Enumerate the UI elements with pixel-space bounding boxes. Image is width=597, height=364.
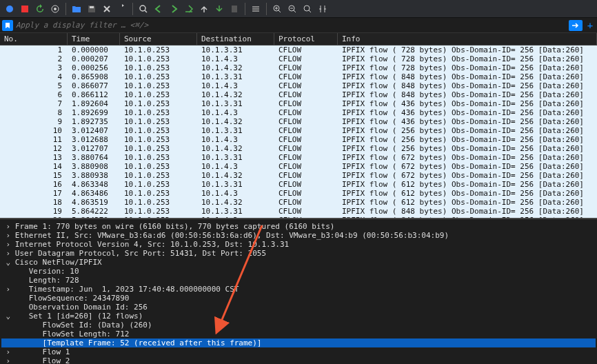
display-filter-bar: +	[0, 18, 597, 33]
svg-rect-9	[252, 10, 259, 12]
bookmark-icon[interactable]	[2, 20, 13, 31]
svg-rect-6	[232, 6, 237, 12]
detail-line[interactable]: ⌄ Set 1 [id=260] (12 flows)	[1, 312, 596, 321]
packet-list-pane: No. Time Source Destination Protocol Inf…	[0, 33, 597, 219]
zoom-reset-icon[interactable]	[301, 2, 314, 16]
display-filter-input[interactable]	[16, 21, 566, 30]
table-row[interactable]: 20.00020710.1.0.25310.1.4.3CFLOWIPFIX fl…	[0, 54, 597, 63]
table-row[interactable]: 113.01268810.1.0.25310.1.4.3CFLOWIPFIX f…	[0, 135, 597, 144]
close-file-icon[interactable]	[100, 2, 114, 16]
restart-capture-icon[interactable]	[33, 2, 47, 16]
detail-line[interactable]: Length: 728	[1, 276, 596, 285]
svg-point-12	[304, 6, 310, 11]
table-row[interactable]: 143.88090810.1.0.25310.1.4.3CFLOWIPFIX f…	[0, 162, 597, 171]
detail-line[interactable]: Observation Domain Id: 256	[1, 303, 596, 312]
zoom-out-icon[interactable]	[285, 2, 299, 16]
go-last-icon[interactable]	[212, 2, 226, 16]
auto-scroll-icon[interactable]	[227, 2, 241, 16]
detail-line[interactable]: ⌄ Cisco NetFlow/IPFIX	[1, 258, 596, 267]
column-time[interactable]: Time	[68, 33, 120, 45]
zoom-in-icon[interactable]	[270, 2, 284, 16]
table-row[interactable]: 184.86351910.1.0.25310.1.4.32CFLOWIPFIX …	[0, 198, 597, 207]
table-row[interactable]: 71.89260410.1.0.25310.1.3.31CFLOWIPFIX f…	[0, 99, 597, 108]
detail-line[interactable]: › Internet Protocol Version 4, Src: 10.1…	[1, 240, 596, 249]
table-row[interactable]: 10.00000010.1.0.25310.1.3.31CFLOWIPFIX f…	[0, 46, 597, 54]
table-row[interactable]: 30.00025610.1.0.25310.1.4.32CFLOWIPFIX f…	[0, 63, 597, 72]
column-dst[interactable]: Destination	[197, 33, 274, 45]
svg-rect-7	[252, 6, 259, 8]
packet-rows[interactable]: 10.00000010.1.0.25310.1.3.31CFLOWIPFIX f…	[0, 46, 597, 218]
save-file-icon[interactable]	[85, 2, 99, 16]
main-toolbar	[0, 0, 597, 18]
table-row[interactable]: 123.01270710.1.0.25310.1.4.32CFLOWIPFIX …	[0, 144, 597, 153]
column-src[interactable]: Source	[120, 33, 197, 45]
table-row[interactable]: 174.86348610.1.0.25310.1.4.3CFLOWIPFIX f…	[0, 189, 597, 198]
detail-line[interactable]: › User Datagram Protocol, Src Port: 5143…	[1, 249, 596, 258]
packet-list-header[interactable]: No. Time Source Destination Protocol Inf…	[0, 33, 597, 46]
column-no[interactable]: No.	[0, 33, 68, 45]
detail-line[interactable]: FlowSet Length: 712	[1, 330, 596, 338]
detail-line[interactable]: › Flow 1	[1, 347, 596, 356]
column-proto[interactable]: Protocol	[274, 33, 338, 45]
table-row[interactable]: 164.86334810.1.0.25310.1.3.31CFLOWIPFIX …	[0, 180, 597, 189]
detail-line[interactable]: FlowSequence: 24347890	[1, 294, 596, 303]
table-row[interactable]: 133.88076410.1.0.25310.1.3.31CFLOWIPFIX …	[0, 153, 597, 162]
detail-line[interactable]: FlowSet Id: (Data) (260)	[1, 321, 596, 330]
table-row[interactable]: 103.01240710.1.0.25310.1.3.31CFLOWIPFIX …	[0, 126, 597, 135]
table-row[interactable]: 205.86437910.1.0.25310.1.4.3CFLOWIPFIX f…	[0, 216, 597, 218]
column-info[interactable]: Info	[338, 33, 597, 45]
colorize-icon[interactable]	[249, 2, 263, 16]
detail-line[interactable]: [Template Frame: 52 (received after this…	[1, 338, 596, 347]
svg-rect-8	[252, 8, 259, 10]
reload-file-icon[interactable]	[115, 2, 129, 16]
add-filter-button[interactable]: +	[585, 20, 595, 31]
detail-line[interactable]: Version: 10	[1, 267, 596, 276]
apply-filter-button[interactable]	[569, 20, 583, 31]
detail-line[interactable]: › Ethernet II, Src: VMware_b3:6a:d6 (00:…	[1, 231, 596, 240]
table-row[interactable]: 195.86422210.1.0.25310.1.3.31CFLOWIPFIX …	[0, 207, 597, 216]
go-forward-icon[interactable]	[167, 2, 181, 16]
table-row[interactable]: 153.88093810.1.0.25310.1.4.32CFLOWIPFIX …	[0, 171, 597, 180]
goto-packet-icon[interactable]	[182, 2, 196, 16]
svg-point-3	[54, 8, 57, 10]
svg-point-0	[6, 6, 13, 12]
table-row[interactable]: 40.86590810.1.0.25310.1.3.31CFLOWIPFIX f…	[0, 72, 597, 81]
packet-details-pane[interactable]: › Frame 1: 770 bytes on wire (6160 bits)…	[0, 219, 597, 364]
table-row[interactable]: 50.86607710.1.0.25310.1.4.3CFLOWIPFIX fl…	[0, 81, 597, 90]
table-row[interactable]: 81.89269910.1.0.25310.1.4.3CFLOWIPFIX fl…	[0, 108, 597, 117]
resize-columns-icon[interactable]	[316, 2, 330, 16]
table-row[interactable]: 60.86611210.1.0.25310.1.4.32CFLOWIPFIX f…	[0, 90, 597, 99]
svg-rect-4	[90, 6, 94, 8]
start-capture-icon[interactable]	[3, 2, 17, 16]
table-row[interactable]: 91.89273510.1.0.25310.1.4.32CFLOWIPFIX f…	[0, 117, 597, 126]
svg-point-5	[140, 6, 145, 11]
detail-line[interactable]: › Flow 2	[1, 356, 596, 364]
capture-options-icon[interactable]	[48, 2, 62, 16]
svg-rect-1	[21, 6, 28, 12]
detail-line[interactable]: › Timestamp: Jun 1, 2023 17:40:48.000000…	[1, 285, 596, 294]
stop-capture-icon[interactable]	[18, 2, 32, 16]
detail-line[interactable]: › Frame 1: 770 bytes on wire (6160 bits)…	[1, 222, 596, 231]
go-first-icon[interactable]	[197, 2, 211, 16]
find-packet-icon[interactable]	[136, 2, 150, 16]
go-back-icon[interactable]	[152, 2, 165, 16]
open-file-icon[interactable]	[70, 2, 83, 16]
